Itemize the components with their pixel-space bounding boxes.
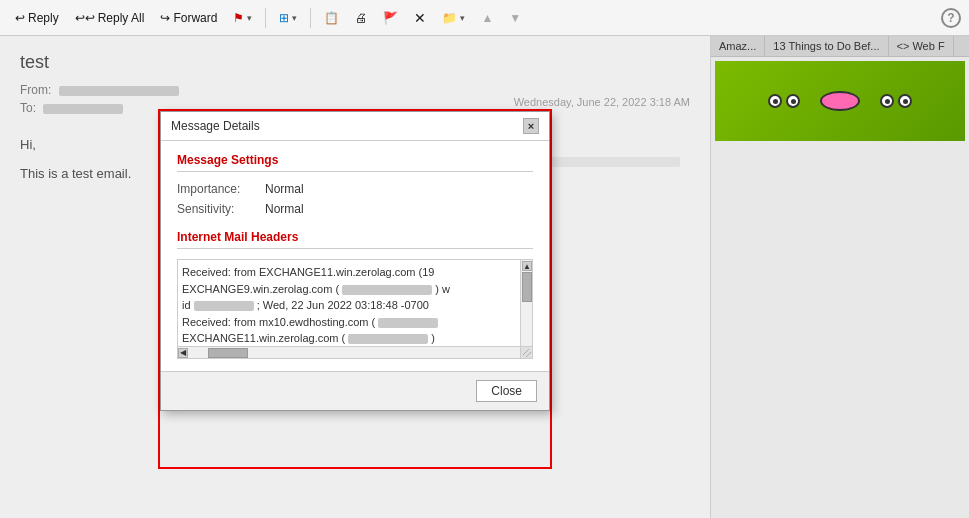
sidebar-tabs: Amaz... 13 Things to Do Bef... <> Web F	[711, 36, 969, 57]
forward-icon: ↪	[160, 11, 170, 25]
reply-all-label: Reply All	[98, 11, 145, 25]
sensitivity-label: Sensitivity:	[177, 202, 257, 216]
right-sidebar: Amaz... 13 Things to Do Bef... <> Web F	[710, 36, 969, 518]
delete-button[interactable]: ✕	[407, 6, 433, 30]
email-content: test From: To: Wednesday, June 22, 2022 …	[0, 36, 710, 518]
importance-value: Normal	[265, 182, 304, 196]
eye-3	[880, 94, 894, 108]
pink-creature	[820, 91, 860, 111]
print-button[interactable]: 🖨	[348, 7, 374, 29]
eye-2	[786, 94, 800, 108]
header-line-3: id ; Wed, 22 Jun 2022 03:18:48 -0700	[182, 297, 528, 314]
headers-scrollbar-horizontal[interactable]: ◀	[178, 346, 520, 358]
message-details-dialog: Message Details × Message Settings Impor…	[160, 111, 550, 411]
header-line-2: EXCHANGE9.win.zerolag.com ( ) w	[182, 281, 528, 298]
down-icon: ▼	[509, 11, 521, 25]
reply-all-button[interactable]: ↩↩ Reply All	[68, 7, 152, 29]
headers-scrollbar-vertical[interactable]: ▲	[520, 260, 532, 358]
close-button[interactable]: Close	[476, 380, 537, 402]
sidebar-image	[715, 61, 965, 141]
internet-headers-section: Internet Mail Headers Received: from EXC…	[177, 230, 533, 359]
importance-row: Importance: Normal	[177, 182, 533, 196]
reply-button[interactable]: ↩ Reply	[8, 7, 66, 29]
reply-all-icon: ↩↩	[75, 11, 95, 25]
forward-button[interactable]: ↪ Forward	[153, 7, 224, 29]
print-icon: 🖨	[355, 11, 367, 25]
header-blurred-1	[342, 285, 432, 295]
separator-2	[310, 8, 311, 28]
eye-group-right	[880, 94, 912, 108]
flag-dropdown-arrow: ▾	[247, 13, 252, 23]
reply-icon: ↩	[15, 11, 25, 25]
sensitivity-row: Sensitivity: Normal	[177, 202, 533, 216]
grid-button[interactable]: ⊞ ▾	[272, 7, 304, 29]
header-line-1: Received: from EXCHANGE11.win.zerolag.co…	[182, 264, 528, 281]
resize-handle[interactable]	[520, 346, 532, 358]
down-button[interactable]: ▼	[502, 7, 528, 29]
eye-4	[898, 94, 912, 108]
up-icon: ▲	[481, 11, 493, 25]
eye-1	[768, 94, 782, 108]
dialog-title: Message Details	[171, 119, 260, 133]
header-line-4: Received: from mx10.ewdhosting.com (	[182, 314, 528, 331]
delete-icon: ✕	[414, 10, 426, 26]
header-line-5: EXCHANGE11.win.zerolag.com ( )	[182, 330, 528, 347]
importance-label: Importance:	[177, 182, 257, 196]
eye-group-left	[768, 94, 800, 108]
headers-textbox[interactable]: Received: from EXCHANGE11.win.zerolag.co…	[177, 259, 533, 359]
scrollbar-thumb[interactable]	[522, 272, 532, 302]
cartoon-decoration	[768, 91, 912, 111]
addressbook-icon: 📋	[324, 11, 339, 25]
up-button[interactable]: ▲	[474, 7, 500, 29]
flag2-icon: 🚩	[383, 11, 398, 25]
addressbook-button[interactable]: 📋	[317, 7, 346, 29]
email-area: test From: To: Wednesday, June 22, 2022 …	[0, 36, 969, 518]
header-blurred-4	[348, 334, 428, 344]
internet-mail-headers-heading: Internet Mail Headers	[177, 230, 533, 249]
dialog-body: Message Settings Importance: Normal Sens…	[161, 141, 549, 371]
flag-icon: ⚑	[233, 11, 244, 25]
scrollbar-up-arrow[interactable]: ▲	[522, 261, 532, 271]
dialog-titlebar: Message Details ×	[161, 112, 549, 141]
scrollbar-h-thumb[interactable]	[208, 348, 248, 358]
message-settings-heading: Message Settings	[177, 153, 533, 172]
flag-button[interactable]: ⚑ ▾	[226, 7, 259, 29]
flag2-button[interactable]: 🚩	[376, 7, 405, 29]
move-dropdown-arrow: ▾	[460, 13, 465, 23]
move-icon: 📁	[442, 11, 457, 25]
help-button[interactable]: ?	[941, 8, 961, 28]
svg-line-0	[523, 349, 529, 355]
dialog-close-button[interactable]: ×	[523, 118, 539, 134]
sidebar-tab-web[interactable]: <> Web F	[889, 36, 954, 56]
svg-line-1	[526, 352, 531, 357]
headers-content: Received: from EXCHANGE11.win.zerolag.co…	[182, 264, 528, 347]
forward-label: Forward	[173, 11, 217, 25]
separator-1	[265, 8, 266, 28]
sidebar-content	[711, 57, 969, 149]
header-blurred-3	[378, 318, 438, 328]
dialog-footer: Close	[161, 371, 549, 410]
grid-dropdown-arrow: ▾	[292, 13, 297, 23]
sensitivity-value: Normal	[265, 202, 304, 216]
sidebar-tab-amaz[interactable]: Amaz...	[711, 36, 765, 56]
toolbar: ↩ Reply ↩↩ Reply All ↪ Forward ⚑ ▾ ⊞ ▾ 📋…	[0, 0, 969, 36]
reply-label: Reply	[28, 11, 59, 25]
move-button[interactable]: 📁 ▾	[435, 7, 472, 29]
grid-icon: ⊞	[279, 11, 289, 25]
header-blurred-2	[194, 301, 254, 311]
scrollbar-left-arrow[interactable]: ◀	[178, 348, 188, 358]
sidebar-tab-13things[interactable]: 13 Things to Do Bef...	[765, 36, 888, 56]
